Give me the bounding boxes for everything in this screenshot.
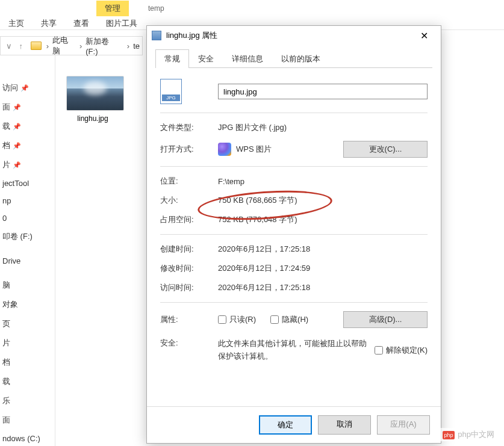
chevron-right-icon: › [126, 42, 131, 51]
pin-icon: 📌 [13, 123, 21, 131]
sidebar-item[interactable]: 片📌 [0, 155, 55, 175]
pin-icon: 📌 [13, 142, 21, 150]
sidebar-item[interactable]: 面📌 [0, 98, 55, 117]
ok-button[interactable]: 确定 [259, 415, 312, 435]
label-location: 位置: [160, 176, 218, 187]
sidebar-item[interactable]: 叩卷 (F:) [0, 227, 55, 246]
sidebar-item[interactable]: 0 [0, 209, 55, 227]
sidebar-item[interactable]: Drive [0, 252, 55, 270]
sidebar-item[interactable]: 档📌 [0, 136, 55, 155]
close-button[interactable]: ✕ [412, 27, 436, 44]
sidebar-item[interactable]: 载 [0, 372, 55, 391]
pin-icon: 📌 [20, 84, 29, 92]
breadcrumb[interactable]: ∨ ↑ › 此电脑 › 新加卷 (F:) › te [0, 36, 143, 55]
sidebar-item[interactable]: 面 [0, 410, 55, 430]
value-security: 此文件来自其他计算机，可能被阻止以帮助保护该计算机。 [218, 338, 369, 363]
value-filetype: JPG 图片文件 (.jpg) [218, 122, 428, 133]
pin-icon: 📌 [13, 161, 21, 169]
sidebar-item[interactable]: 页 [0, 314, 55, 333]
apply-button[interactable]: 应用(A) [377, 415, 430, 435]
value-size: 750 KB (768,665 字节) [218, 195, 428, 206]
chevron-right-icon: › [45, 42, 50, 51]
ribbon-tab-view[interactable]: 查看 [65, 16, 98, 31]
properties-dialog: linghu.jpg 属性 ✕ 常规 安全 详细信息 以前的版本 文件类型: J… [146, 25, 441, 444]
sidebar-item[interactable]: 访问📌 [0, 78, 55, 98]
value-accessed: 2020年6月12日，17:25:18 [218, 282, 428, 293]
watermark: php php中文网 [439, 428, 498, 441]
crumb-drive[interactable]: 新加卷 (F:) [83, 36, 126, 56]
dialog-icon [152, 31, 161, 40]
filename-input[interactable] [218, 84, 428, 99]
tab-security[interactable]: 安全 [189, 49, 223, 68]
nav-up-icon[interactable]: ↑ [15, 42, 27, 51]
ribbon-tab-share[interactable]: 共享 [33, 16, 65, 31]
tab-details[interactable]: 详细信息 [223, 49, 272, 68]
ribbon-tab-secondary[interactable]: 图片工具 [98, 16, 146, 31]
file-tile[interactable]: linghu.jpg [63, 72, 123, 126]
pin-icon: 📌 [13, 104, 21, 111]
nav-back-icon[interactable]: ∨ [3, 42, 15, 51]
ribbon-tab-home[interactable]: 主页 [0, 16, 33, 31]
ribbon-tab-manage[interactable]: 管理 [96, 1, 129, 16]
wps-icon [218, 143, 231, 156]
sidebar: 访问📌 面📌 载📌 档📌 片📌 jectTool np 0 叩卷 (F:) Dr… [0, 54, 55, 446]
label-attributes: 属性: [160, 314, 218, 325]
crumb-pc[interactable]: 此电脑 [50, 35, 78, 57]
file-thumbnail [66, 76, 124, 111]
sidebar-item[interactable]: 档 [0, 353, 55, 372]
dialog-title: linghu.jpg 属性 [166, 30, 412, 41]
cancel-button[interactable]: 取消 [318, 415, 371, 435]
label-openwith: 打开方式: [160, 144, 218, 155]
value-openwith: WPS 图片 [236, 144, 272, 155]
readonly-checkbox[interactable]: 只读(R) [218, 314, 256, 325]
chevron-right-icon: › [78, 42, 83, 51]
sidebar-item[interactable]: 乐 [0, 391, 55, 410]
tab-previous[interactable]: 以前的版本 [272, 49, 329, 68]
unblock-checkbox[interactable]: 解除锁定(K) [375, 338, 428, 363]
tab-general[interactable]: 常规 [155, 49, 189, 68]
value-modified: 2020年6月12日，17:24:59 [218, 263, 428, 274]
sidebar-item[interactable]: 载📌 [0, 117, 55, 136]
label-modified: 修改时间: [160, 263, 218, 274]
sidebar-item[interactable]: 片 [0, 333, 55, 353]
value-created: 2020年6月12日，17:25:18 [218, 244, 428, 255]
sidebar-item[interactable]: 对象 [0, 295, 55, 314]
value-disk: 752 KB (770,048 字节) [218, 214, 428, 225]
file-type-icon [160, 79, 182, 104]
sidebar-item[interactable]: np [0, 192, 55, 209]
sidebar-item[interactable]: ndows (C:) [0, 430, 55, 446]
change-button[interactable]: 更改(C)... [343, 141, 428, 158]
advanced-button[interactable]: 高级(D)... [343, 311, 428, 328]
label-security: 安全: [160, 338, 218, 348]
watermark-logo: php [443, 431, 455, 439]
label-accessed: 访问时间: [160, 282, 218, 293]
label-created: 创建时间: [160, 244, 218, 255]
sidebar-item[interactable]: 脑 [0, 276, 55, 295]
ribbon-temp: temp [140, 3, 173, 14]
crumb-folder[interactable]: te [131, 42, 142, 51]
file-label: linghu.jpg [66, 114, 119, 123]
sidebar-item[interactable]: jectTool [0, 175, 55, 192]
label-disk: 占用空间: [160, 214, 218, 225]
value-location: F:\temp [218, 177, 428, 186]
hidden-checkbox[interactable]: 隐藏(H) [270, 314, 308, 325]
label-size: 大小: [160, 195, 218, 206]
label-filetype: 文件类型: [160, 122, 218, 133]
folder-icon [31, 42, 42, 50]
